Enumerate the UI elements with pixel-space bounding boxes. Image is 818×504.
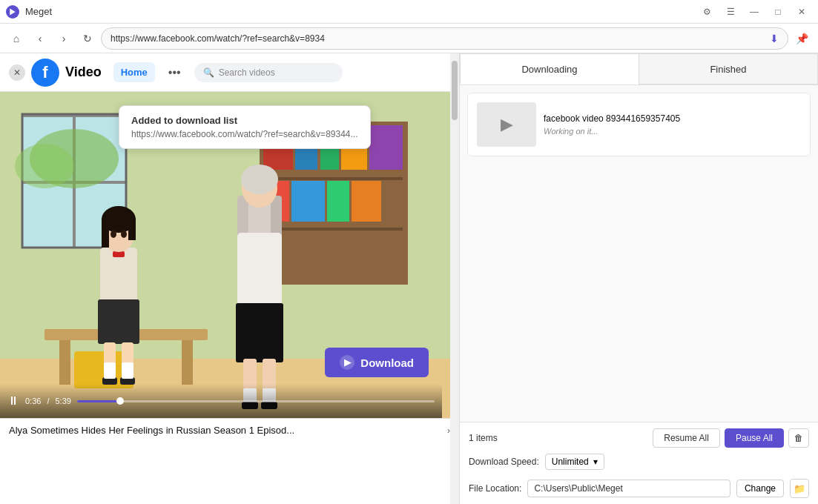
progress-bar[interactable]	[77, 400, 435, 402]
folder-button[interactable]: 📁	[790, 479, 809, 498]
scroll-thumb	[452, 61, 458, 120]
title-text: Meget	[25, 6, 52, 17]
svg-point-34	[121, 231, 127, 238]
facebook-nav: ✕ f Video Home ••• 🔍 Search videos	[0, 53, 459, 92]
svg-marker-0	[10, 8, 16, 15]
fb-close-button[interactable]: ✕	[9, 64, 25, 81]
fb-more-button[interactable]: •••	[161, 62, 188, 84]
svg-point-8	[15, 144, 74, 188]
svg-rect-28	[113, 251, 125, 257]
facebook-logo: f	[31, 59, 59, 87]
file-location-label: File Location:	[469, 483, 521, 494]
download-tabs: Downloading Finished	[460, 53, 818, 85]
items-count: 1 items	[469, 433, 498, 443]
video-title-bar: Alya Sometimes Hides Her Feelings in Rus…	[0, 418, 459, 442]
svg-rect-44	[237, 233, 282, 307]
settings-button[interactable]: ⚙	[696, 3, 717, 21]
time-separator: /	[47, 397, 49, 405]
svg-rect-18	[327, 181, 349, 222]
browser-scrollbar[interactable]	[450, 53, 459, 504]
url-text: https://www.facebook.com/watch/?ref=sear…	[111, 33, 770, 44]
play-icon: ▶	[501, 115, 513, 134]
svg-rect-27	[98, 299, 139, 344]
speed-label: Download Speed:	[469, 457, 539, 467]
resume-all-button[interactable]: Resume All	[653, 428, 720, 448]
file-location-row: File Location: Change 📁	[469, 479, 809, 498]
bottom-actions: Resume All Pause All 🗑	[653, 428, 809, 448]
pin-button[interactable]: 📌	[791, 28, 812, 49]
svg-rect-14	[369, 125, 403, 170]
fb-search-bar[interactable]: 🔍 Search videos	[194, 63, 343, 82]
title-bar-controls: ⚙ ☰ — □ ✕	[696, 3, 812, 21]
minimize-button[interactable]: —	[744, 3, 765, 21]
total-time: 5:39	[55, 397, 70, 405]
bottom-bar-speed: Download Speed: Unlimited ▾	[469, 454, 809, 470]
download-url-icon: ⬇	[770, 33, 779, 44]
maximize-button[interactable]: □	[768, 3, 788, 21]
fb-home-button[interactable]: Home	[113, 62, 155, 82]
delete-button[interactable]: 🗑	[788, 428, 809, 448]
fb-video-label: Video	[65, 64, 102, 80]
item-status: Working on it...	[544, 127, 801, 136]
app-icon	[6, 5, 19, 19]
progress-fill	[77, 400, 120, 402]
tab-finished[interactable]: Finished	[639, 53, 818, 84]
svg-rect-31	[102, 218, 109, 248]
svg-point-47	[241, 165, 278, 194]
menu-button[interactable]: ☰	[720, 3, 741, 21]
fb-nav-links: Home •••	[113, 62, 188, 84]
bottom-bar-top: 1 items Resume All Pause All 🗑	[469, 428, 809, 448]
download-video-button[interactable]: ▶ Download	[325, 348, 429, 377]
svg-point-33	[111, 231, 116, 238]
title-bar-left: Meget	[6, 5, 52, 19]
svg-rect-40	[122, 362, 133, 379]
speed-select[interactable]: Unlimited ▾	[545, 454, 604, 470]
download-button-label: Download	[360, 357, 414, 369]
time-display: 0:36	[25, 397, 41, 405]
main-layout: ✕ f Video Home ••• 🔍 Search videos Added…	[0, 53, 818, 504]
svg-rect-24	[182, 340, 193, 385]
bottom-bar: 1 items Resume All Pause All 🗑 Download …	[460, 422, 818, 504]
download-item: ▶ facebook video 893441659357405 Working…	[467, 93, 811, 156]
speed-value: Unlimited	[552, 457, 589, 467]
svg-rect-39	[104, 362, 116, 379]
tab-downloading[interactable]: Downloading	[460, 53, 639, 84]
video-title-text: Alya Sometimes Hides Her Feelings in Rus…	[9, 425, 294, 436]
search-icon: 🔍	[203, 67, 214, 78]
url-bar[interactable]: https://www.facebook.com/watch/?ref=sear…	[101, 27, 788, 50]
pause-all-button[interactable]: Pause All	[725, 428, 784, 448]
item-title: facebook video 893441659357405	[544, 113, 801, 124]
home-nav-button[interactable]: ⌂	[6, 28, 27, 49]
video-controls: ⏸ 0:36 / 5:39	[0, 384, 442, 418]
play-button[interactable]: ⏸	[7, 394, 19, 408]
download-tooltip: Added to download list https://www.faceb…	[119, 105, 371, 149]
tooltip-title: Added to download list	[131, 115, 358, 126]
address-bar: ⌂ ‹ › ↻ https://www.facebook.com/watch/?…	[0, 24, 818, 53]
progress-thumb	[116, 397, 124, 405]
svg-rect-15	[263, 177, 403, 180]
forward-button[interactable]: ›	[53, 28, 74, 49]
close-button[interactable]: ✕	[791, 3, 812, 21]
download-list: ▶ facebook video 893441659357405 Working…	[460, 85, 818, 422]
title-bar: Meget ⚙ ☰ — □ ✕	[0, 0, 818, 24]
file-path-input[interactable]	[527, 480, 730, 497]
fb-search-placeholder: Search videos	[219, 67, 275, 78]
svg-rect-20	[263, 228, 403, 231]
right-panel: Downloading Finished ▶ facebook video 89…	[460, 53, 818, 504]
item-thumbnail: ▶	[477, 102, 536, 147]
back-button[interactable]: ‹	[30, 28, 50, 49]
refresh-button[interactable]: ↻	[77, 28, 98, 49]
download-icon: ▶	[340, 355, 354, 370]
change-button[interactable]: Change	[736, 480, 784, 497]
svg-rect-23	[59, 340, 70, 385]
browser-panel: ✕ f Video Home ••• 🔍 Search videos Added…	[0, 53, 460, 504]
tooltip-url: https://www.facebook.com/watch/?ref=sear…	[131, 129, 358, 139]
svg-rect-32	[128, 218, 136, 240]
dropdown-icon: ▾	[593, 457, 598, 467]
svg-rect-48	[236, 303, 283, 362]
item-info: facebook video 893441659357405 Working o…	[544, 113, 801, 136]
svg-rect-19	[352, 181, 381, 222]
svg-rect-17	[291, 181, 325, 222]
